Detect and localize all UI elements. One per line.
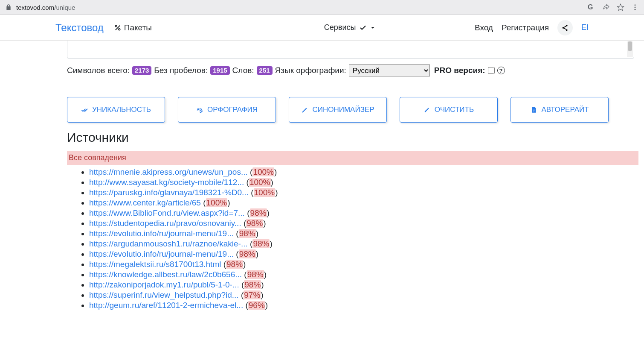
source-link[interactable]: https://studentopedia.ru/pravo/osnovaniy… bbox=[89, 219, 241, 228]
source-item: https://superinf.ru/view_helpstud.php?id… bbox=[89, 290, 644, 300]
nav-lang-short[interactable]: EI bbox=[581, 23, 589, 32]
all-matches-banner: Все совпадения bbox=[67, 151, 638, 165]
match-percent: 98% bbox=[244, 280, 261, 289]
brush-icon bbox=[424, 106, 431, 114]
paren-open: ( bbox=[248, 239, 253, 248]
source-item: http://geum.ru/aref/11201-2-ermicheva-el… bbox=[89, 301, 644, 310]
pencil-icon bbox=[301, 106, 309, 114]
synonymizer-button[interactable]: СИНОНИМАЙЗЕР bbox=[289, 97, 387, 123]
chars-nospace-label: Без пробелов: bbox=[154, 66, 208, 75]
top-navigation: Текстовод Пакеты Сервисы Вход Регистраци… bbox=[0, 15, 644, 41]
source-link[interactable]: http://geum.ru/aref/11201-2-ermicheva-el… bbox=[89, 301, 243, 310]
svg-point-2 bbox=[635, 9, 636, 10]
source-item: https://evolutio.info/ru/journal-menu/19… bbox=[89, 249, 644, 259]
scrollbar[interactable] bbox=[627, 41, 633, 57]
source-item: https://mnenie.akipress.org/unews/un_pos… bbox=[89, 167, 644, 177]
orthography-button[interactable]: AБ ОРФОГРАФИЯ bbox=[178, 97, 276, 123]
source-link[interactable]: https://evolutio.info/ru/journal-menu/19… bbox=[89, 229, 234, 238]
paren-open: ( bbox=[239, 290, 244, 299]
synonymizer-label: СИНОНИМАЙЗЕР bbox=[312, 105, 374, 114]
autowrite-button[interactable]: АВТОРЕРАЙТ bbox=[511, 97, 609, 123]
help-icon[interactable]: ? bbox=[497, 67, 505, 74]
svg-point-4 bbox=[119, 28, 120, 30]
chars-total-label: Символов всего: bbox=[67, 66, 130, 75]
pro-version-checkbox[interactable] bbox=[488, 67, 495, 74]
source-link[interactable]: https://evolutio.info/ru/journal-menu/19… bbox=[89, 249, 234, 258]
language-select[interactable]: Русский bbox=[349, 64, 430, 76]
sources-list: https://mnenie.akipress.org/unews/un_pos… bbox=[89, 167, 644, 310]
match-percent: 100% bbox=[254, 188, 276, 197]
share-button[interactable] bbox=[557, 20, 573, 35]
source-link[interactable]: http://www.sayasat.kg/society-mobile/112… bbox=[89, 178, 244, 187]
star-icon[interactable] bbox=[617, 3, 624, 11]
svg-point-3 bbox=[115, 25, 117, 27]
match-percent: 98% bbox=[246, 219, 263, 228]
nav-login[interactable]: Вход bbox=[475, 23, 493, 32]
paren-close: ) bbox=[274, 167, 277, 176]
paren-open: ( bbox=[244, 178, 249, 187]
kebab-menu-icon[interactable] bbox=[631, 3, 639, 11]
match-percent: 98% bbox=[226, 260, 243, 269]
google-icon[interactable]: G bbox=[588, 3, 595, 11]
source-link[interactable]: https://argudanmousosh1.ru/raznoe/kakie-… bbox=[89, 239, 248, 248]
paren-open: ( bbox=[245, 208, 250, 217]
source-link[interactable]: https://superinf.ru/view_helpstud.php?id… bbox=[89, 290, 239, 299]
file-icon bbox=[530, 106, 538, 114]
paren-open: ( bbox=[249, 188, 254, 197]
source-link[interactable]: https://www.BiblioFond.ru/view.aspx?id=7… bbox=[89, 208, 245, 217]
source-item: http://www.sayasat.kg/society-mobile/112… bbox=[89, 178, 644, 187]
share-arrow-icon[interactable] bbox=[602, 3, 610, 11]
nav-services-dropdown[interactable]: Сервисы bbox=[324, 23, 376, 32]
match-percent: 100% bbox=[249, 178, 271, 187]
sources-heading: Источники bbox=[67, 130, 644, 145]
source-link[interactable]: https://knowledge.allbest.ru/law/2c0b656… bbox=[89, 270, 242, 279]
brand-logo[interactable]: Текстовод bbox=[55, 22, 104, 34]
source-link[interactable]: https://paruskg.info/glavnaya/198321-%D0… bbox=[89, 188, 249, 197]
source-link[interactable]: https://megalektsii.ru/s81700t13.html bbox=[89, 260, 221, 269]
svg-point-7 bbox=[566, 29, 568, 31]
source-item: http://zakoniporjadok.my1.ru/publ/5-1-0-… bbox=[89, 280, 644, 290]
autowrite-label: АВТОРЕРАЙТ bbox=[541, 105, 589, 114]
match-percent: 98% bbox=[239, 229, 256, 238]
paren-open: ( bbox=[201, 198, 206, 207]
svg-point-1 bbox=[635, 7, 636, 8]
clear-button[interactable]: ОЧИСТИТЬ bbox=[400, 97, 498, 123]
paren-close: ) bbox=[265, 301, 268, 310]
check-icon bbox=[359, 24, 367, 32]
paren-open: ( bbox=[221, 260, 226, 269]
paren-close: ) bbox=[275, 188, 278, 197]
clear-label: ОЧИСТИТЬ bbox=[435, 105, 474, 114]
paren-close: ) bbox=[227, 198, 230, 207]
uniqueness-label: УНИКАЛЬНОСТЬ bbox=[92, 105, 151, 114]
paren-close: ) bbox=[271, 178, 273, 187]
scrollbar-thumb[interactable] bbox=[628, 41, 632, 51]
match-percent: 98% bbox=[250, 208, 267, 217]
source-link[interactable]: https://mnenie.akipress.org/unews/un_pos… bbox=[89, 167, 248, 176]
nav-packages[interactable]: Пакеты bbox=[114, 23, 152, 32]
words-label: Слов: bbox=[232, 66, 254, 75]
chevron-down-icon bbox=[370, 25, 375, 30]
paren-close: ) bbox=[256, 249, 258, 258]
nav-services-label: Сервисы bbox=[324, 23, 356, 32]
source-link[interactable]: http://zakoniporjadok.my1.ru/publ/5-1-0-… bbox=[89, 280, 239, 289]
source-item: https://evolutio.info/ru/journal-menu/19… bbox=[89, 229, 644, 238]
orthography-label: ОРФОГРАФИЯ bbox=[207, 105, 258, 114]
paren-open: ( bbox=[242, 270, 247, 279]
match-percent: 98% bbox=[239, 249, 256, 258]
paren-close: ) bbox=[270, 239, 272, 248]
paren-open: ( bbox=[243, 301, 248, 310]
nav-register[interactable]: Регистрация bbox=[502, 23, 549, 32]
paren-open: ( bbox=[234, 249, 239, 258]
tool-button-row: УНИКАЛЬНОСТЬ AБ ОРФОГРАФИЯ СИНОНИМАЙЗЕР … bbox=[67, 97, 644, 123]
source-item: https://www.BiblioFond.ru/view.aspx?id=7… bbox=[89, 208, 644, 218]
svg-point-0 bbox=[635, 4, 636, 6]
words-value: 251 bbox=[257, 66, 273, 75]
paren-open: ( bbox=[239, 280, 244, 289]
match-percent: 100% bbox=[252, 167, 274, 176]
text-input-area[interactable] bbox=[67, 41, 634, 59]
paren-close: ) bbox=[264, 270, 267, 279]
spellcheck-icon: AБ bbox=[196, 106, 204, 114]
uniqueness-button[interactable]: УНИКАЛЬНОСТЬ bbox=[67, 97, 165, 123]
match-percent: 96% bbox=[248, 301, 265, 310]
source-link[interactable]: https://www.center.kg/article/65 bbox=[89, 198, 201, 207]
